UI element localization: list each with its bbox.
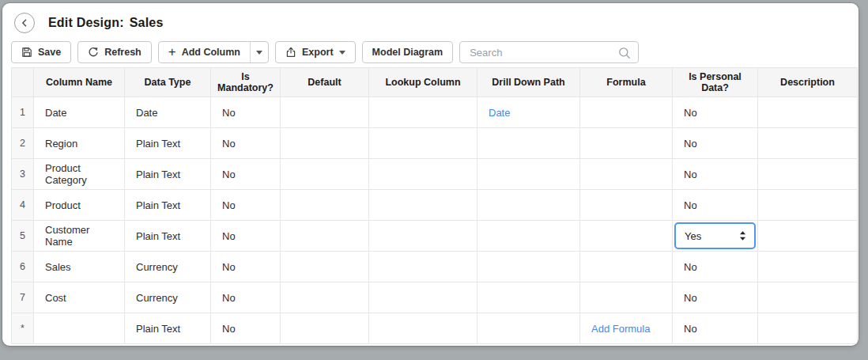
cell-is-mandatory[interactable]: No	[211, 313, 281, 344]
cell-column-name[interactable]: Date	[34, 97, 125, 128]
row-number: 4	[12, 190, 34, 221]
add-column-button[interactable]: + Add Column	[159, 42, 250, 63]
cell-description[interactable]	[758, 97, 858, 128]
table-row: 1DateDateNoDateNo	[12, 97, 858, 128]
cell-formula[interactable]	[580, 128, 673, 159]
cell-formula[interactable]	[580, 221, 673, 252]
row-number: 3	[12, 159, 34, 190]
cell-column-name[interactable]: Region	[34, 128, 125, 159]
cell-personal[interactable]: No	[673, 313, 758, 344]
cell-default[interactable]	[281, 282, 369, 313]
cell-data-type[interactable]: Plain Text	[125, 128, 211, 159]
cell-lookup-column[interactable]	[369, 313, 477, 344]
export-button[interactable]: Export	[275, 41, 356, 63]
model-diagram-button[interactable]: Model Diagram	[362, 41, 454, 63]
cell-drill-down[interactable]	[477, 221, 580, 252]
save-button[interactable]: Save	[11, 41, 71, 63]
back-button[interactable]	[14, 13, 35, 33]
cell-formula[interactable]	[580, 252, 673, 282]
table-row: *Plain TextNoAdd FormulaNo	[12, 313, 858, 344]
cell-formula[interactable]: Add Formula	[580, 313, 673, 344]
cell-data-type[interactable]: Currency	[125, 282, 211, 313]
table-name: Sales	[130, 16, 164, 29]
cell-description[interactable]	[758, 128, 858, 159]
cell-formula[interactable]	[580, 282, 673, 313]
cell-is-personal-data: Yes	[673, 221, 758, 252]
cell-is-mandatory[interactable]: No	[211, 128, 281, 159]
cell-is-mandatory[interactable]: No	[211, 221, 281, 252]
cell-drill-down[interactable]	[477, 159, 580, 190]
select-stepper-icon	[739, 230, 746, 241]
cell-personal[interactable]: No	[673, 190, 758, 221]
cell-lookup-column[interactable]	[369, 282, 477, 313]
cell-default[interactable]	[281, 252, 369, 282]
cell-personal[interactable]: No	[673, 282, 758, 313]
cell-description[interactable]	[758, 159, 858, 190]
cell-data-type[interactable]: Plain Text	[125, 313, 211, 344]
cell-column-name[interactable]: Cost	[34, 282, 125, 313]
cell-drill-down[interactable]	[477, 313, 580, 344]
table-row: 5Customer NamePlain TextNoYes	[12, 221, 858, 252]
cell-description[interactable]	[758, 190, 858, 221]
cell-default[interactable]	[281, 313, 369, 344]
cell-data-type[interactable]: Date	[125, 97, 211, 128]
cell-is-mandatory[interactable]: No	[211, 252, 281, 282]
edit-design-window: Edit Design:Sales Save Refresh	[2, 3, 859, 346]
cell-description[interactable]	[758, 282, 858, 313]
cell-data-type[interactable]: Plain Text	[125, 190, 211, 221]
row-number: 2	[12, 128, 34, 159]
table-row: 6SalesCurrencyNoNo	[12, 252, 858, 282]
cell-drill-down[interactable]	[477, 190, 580, 221]
cell-column-name[interactable]: Customer Name	[34, 221, 125, 252]
toolbar: Save Refresh + Add Column	[11, 41, 859, 63]
cell-is-mandatory[interactable]: No	[211, 190, 281, 221]
cell-description[interactable]	[758, 221, 858, 252]
cell-data-type[interactable]: Plain Text	[125, 159, 211, 190]
cell-drill-down-path[interactable]: Date	[477, 97, 580, 128]
cell-default[interactable]	[281, 190, 369, 221]
cell-drill-down[interactable]	[477, 282, 580, 313]
cell-lookup-column[interactable]	[369, 159, 477, 190]
cell-formula[interactable]	[580, 97, 673, 128]
is-personal-data-select[interactable]: Yes	[674, 222, 756, 249]
cell-lookup-column[interactable]	[369, 190, 477, 221]
cell-drill-down[interactable]	[477, 128, 580, 159]
cell-column-name[interactable]: Product	[34, 190, 125, 221]
cell-default[interactable]	[281, 159, 369, 190]
cell-default[interactable]	[281, 221, 369, 252]
cell-default[interactable]	[281, 97, 369, 128]
cell-personal[interactable]: No	[673, 159, 758, 190]
cell-description[interactable]	[758, 313, 858, 344]
cell-drill-down[interactable]	[477, 252, 580, 282]
cell-data-type[interactable]: Plain Text	[125, 221, 211, 252]
cell-default[interactable]	[281, 128, 369, 159]
cell-lookup-column[interactable]	[369, 97, 477, 128]
row-number: *	[12, 313, 34, 344]
cell-lookup-column[interactable]	[369, 252, 477, 282]
cell-lookup-column[interactable]	[369, 221, 477, 252]
drill-down-link[interactable]: Date	[489, 107, 510, 119]
cell-is-mandatory[interactable]: No	[211, 159, 281, 190]
chevron-down-icon	[256, 51, 262, 55]
refresh-icon	[88, 47, 99, 58]
cell-formula[interactable]	[580, 159, 673, 190]
search-input[interactable]	[468, 42, 621, 63]
design-grid: Column NameData TypeIs Mandatory?Default…	[11, 67, 859, 344]
cell-personal[interactable]: No	[673, 97, 758, 128]
add-column-dropdown-button[interactable]	[250, 42, 268, 63]
cell-formula[interactable]	[580, 190, 673, 221]
save-label: Save	[38, 47, 61, 58]
cell-personal[interactable]: No	[673, 252, 758, 282]
cell-description[interactable]	[758, 252, 858, 282]
cell-is-mandatory[interactable]: No	[211, 282, 281, 313]
cell-personal[interactable]: No	[673, 128, 758, 159]
cell-column-name[interactable]: Sales	[34, 252, 125, 282]
cell-lookup-column[interactable]	[369, 128, 477, 159]
cell-column-name[interactable]: Product Category	[34, 159, 125, 190]
add-formula-link[interactable]: Add Formula	[591, 323, 650, 335]
cell-column-name[interactable]	[34, 313, 125, 344]
cell-is-mandatory[interactable]: No	[211, 97, 281, 128]
cell-data-type[interactable]: Currency	[125, 252, 211, 282]
refresh-button[interactable]: Refresh	[77, 41, 152, 63]
table-row: 2RegionPlain TextNoNo	[12, 128, 858, 159]
